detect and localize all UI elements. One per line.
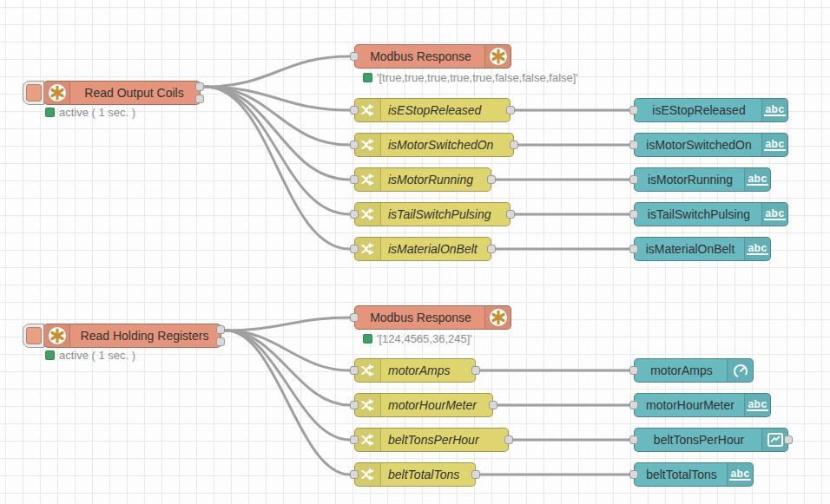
input-port[interactable] <box>629 470 638 479</box>
output-port-2[interactable] <box>216 337 225 346</box>
output-port[interactable] <box>510 141 518 149</box>
node-ui-isMaterialOnBelt[interactable]: isMaterialOnBelt abc <box>634 237 771 261</box>
inject-button[interactable] <box>23 324 44 348</box>
output-port[interactable] <box>784 435 793 444</box>
node-ui-isEStopReleased[interactable]: isEStopReleased abc <box>634 98 788 122</box>
shuffle-arrows-icon <box>355 99 381 121</box>
node-label: isMotorRunning <box>388 168 484 191</box>
node-ui-isMotorRunning[interactable]: isMotorRunning abc <box>634 167 771 192</box>
node-status: active ( 1 sec. ) <box>45 106 135 119</box>
node-label: isMotorSwitchedOn <box>388 134 506 156</box>
node-fn-motorHourMeter[interactable]: motorHourMeter <box>354 393 493 417</box>
node-label: beltTotalTons <box>388 463 468 486</box>
node-ui-isMotorSwitchedOn[interactable]: isMotorSwitchedOn abc <box>634 133 788 157</box>
node-modbus-response-2[interactable]: Modbus Response <box>354 305 511 330</box>
flow-canvas[interactable]: Read Output Coils active ( 1 sec. ) Modb… <box>0 0 830 504</box>
output-port[interactable] <box>504 435 513 444</box>
node-modbus-response-1[interactable]: Modbus Response <box>354 44 511 69</box>
input-port[interactable] <box>350 141 359 149</box>
node-label: motorAmps <box>636 359 727 382</box>
output-port-1[interactable] <box>216 325 225 334</box>
shuffle-arrows-icon <box>355 134 381 156</box>
wire[interactable] <box>205 87 350 214</box>
node-fn-motorAmps[interactable]: motorAmps <box>354 358 476 383</box>
input-port[interactable] <box>629 366 638 375</box>
wire[interactable] <box>205 87 350 145</box>
node-label: Read Holding Registers <box>70 324 219 347</box>
node-fn-isEStopReleased[interactable]: isEStopReleased <box>354 98 511 122</box>
abc-text-icon: abc <box>761 99 787 121</box>
node-fn-isTailSwitchPulsing[interactable]: isTailSwitchPulsing <box>354 202 511 226</box>
input-port[interactable] <box>629 401 638 409</box>
status-text: active ( 1 sec. ) <box>59 106 135 119</box>
input-port[interactable] <box>350 313 359 322</box>
node-fn-isMotorSwitchedOn[interactable]: isMotorSwitchedOn <box>354 133 514 157</box>
abc-text-icon: abc <box>744 168 770 191</box>
inject-button[interactable] <box>23 81 44 105</box>
node-label: isMaterialOnBelt <box>388 238 484 260</box>
output-port-2[interactable] <box>195 95 204 103</box>
node-label: isEStopReleased <box>388 99 503 121</box>
modbus-asterisk-icon <box>44 82 70 104</box>
node-label: beltTonsPerHour <box>636 429 761 451</box>
input-port[interactable] <box>629 210 638 219</box>
node-label: isEStopReleased <box>636 99 761 121</box>
input-port[interactable] <box>629 175 638 184</box>
abc-text-icon: abc <box>761 134 787 156</box>
status-text: '[true,true,true,true,true,false,false,f… <box>377 71 578 84</box>
node-status: '[124,4565,36,245]' <box>363 332 472 345</box>
input-port[interactable] <box>629 245 638 253</box>
node-label: Modbus Response <box>357 306 484 329</box>
input-port[interactable] <box>350 366 359 375</box>
status-text: active ( 1 sec. ) <box>59 349 135 362</box>
shuffle-arrows-icon <box>355 238 381 260</box>
input-port[interactable] <box>350 470 359 479</box>
node-label: beltTotalTons <box>636 463 727 486</box>
output-port[interactable] <box>471 470 480 479</box>
output-port-1[interactable] <box>195 82 204 91</box>
node-fn-beltTotalTons[interactable]: beltTotalTons <box>354 462 476 487</box>
node-ui-beltTotalTons[interactable]: beltTotalTons abc <box>634 462 754 487</box>
output-port[interactable] <box>506 210 515 219</box>
node-label: motorAmps <box>388 359 468 382</box>
input-port[interactable] <box>629 106 638 115</box>
node-label: isMaterialOnBelt <box>636 238 744 260</box>
input-port[interactable] <box>350 106 359 115</box>
node-read-output-coils[interactable]: Read Output Coils <box>43 81 201 105</box>
input-port[interactable] <box>629 435 638 444</box>
input-port[interactable] <box>350 210 359 219</box>
output-port[interactable] <box>471 366 480 375</box>
node-label: isMotorRunning <box>636 168 744 191</box>
shuffle-arrows-icon <box>355 168 381 191</box>
input-port[interactable] <box>350 52 359 61</box>
shuffle-arrows-icon <box>355 203 381 226</box>
wire[interactable] <box>226 331 350 440</box>
node-label: motorHourMeter <box>388 394 485 416</box>
node-ui-isTailSwitchPulsing[interactable]: isTailSwitchPulsing abc <box>634 202 788 226</box>
input-port[interactable] <box>350 401 359 409</box>
node-fn-isMotorRunning[interactable]: isMotorRunning <box>354 167 491 192</box>
shuffle-arrows-icon <box>355 359 381 382</box>
abc-text-icon: abc <box>744 394 770 416</box>
input-port[interactable] <box>350 175 359 184</box>
node-ui-motorAmps[interactable]: motorAmps <box>634 358 754 383</box>
node-fn-isMaterialOnBelt[interactable]: isMaterialOnBelt <box>354 237 491 261</box>
node-label: Modbus Response <box>357 45 484 68</box>
node-label: motorHourMeter <box>636 394 744 416</box>
output-port[interactable] <box>487 245 496 253</box>
node-ui-motorHourMeter[interactable]: motorHourMeter abc <box>634 393 771 417</box>
wire[interactable] <box>205 56 350 87</box>
node-ui-beltTonsPerHour[interactable]: beltTonsPerHour <box>634 428 788 452</box>
node-fn-beltTonsPerHour[interactable]: beltTonsPerHour <box>354 428 509 452</box>
output-port[interactable] <box>487 175 496 184</box>
output-port[interactable] <box>489 401 497 409</box>
shuffle-arrows-icon <box>355 394 381 416</box>
wire[interactable] <box>205 87 350 249</box>
input-port[interactable] <box>350 435 359 444</box>
node-read-holding-registers[interactable]: Read Holding Registers <box>43 324 221 348</box>
modbus-asterisk-icon <box>484 306 511 329</box>
input-port[interactable] <box>350 245 359 253</box>
input-port[interactable] <box>629 141 638 149</box>
wire[interactable] <box>226 317 350 331</box>
output-port[interactable] <box>506 106 515 115</box>
